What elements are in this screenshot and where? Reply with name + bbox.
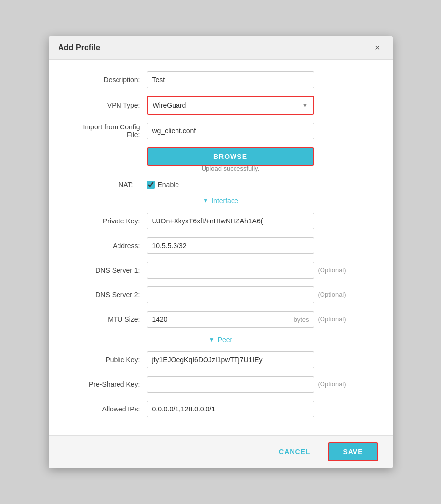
dialog-footer: CANCEL SAVE: [49, 435, 393, 468]
allowed-ips-row: Allowed IPs:: [68, 401, 373, 417]
nat-row: NAT: Enable: [68, 180, 373, 189]
public-key-row: Public Key:: [68, 351, 373, 368]
dialog-header: Add Profile ×: [49, 36, 393, 60]
cancel-button[interactable]: CANCEL: [269, 444, 320, 460]
vpn-type-label: VPN Type:: [68, 101, 147, 109]
mtu-optional: (Optional): [318, 315, 346, 323]
private-key-label: Private Key:: [68, 217, 147, 225]
allowed-ips-input[interactable]: [147, 401, 314, 417]
address-label: Address:: [68, 242, 147, 250]
triangle-down-icon: ▼: [203, 197, 208, 204]
interface-section-header: ▼ Interface: [68, 197, 373, 205]
vpn-type-row: VPN Type: WireGuard OpenVPN IPSec ▼: [68, 96, 373, 115]
interface-section-title: Interface: [211, 197, 238, 205]
import-config-input[interactable]: [147, 123, 314, 139]
dns2-input[interactable]: [147, 286, 314, 303]
browse-button[interactable]: BROWSE: [147, 147, 314, 166]
dns2-label: DNS Server 2:: [68, 291, 147, 299]
dns1-label: DNS Server 1:: [68, 266, 147, 274]
nat-label: NAT:: [118, 181, 140, 189]
description-input[interactable]: [147, 71, 314, 88]
pre-shared-key-row: Pre-Shared Key: (Optional): [68, 376, 373, 393]
import-config-label: Import from Config File:: [68, 123, 147, 139]
description-row: Description:: [68, 71, 373, 88]
description-label: Description:: [68, 76, 147, 84]
dns1-optional: (Optional): [318, 266, 346, 274]
browse-row: BROWSE: [68, 147, 373, 166]
vpn-type-select[interactable]: WireGuard OpenVPN IPSec: [148, 97, 313, 114]
nat-checkbox[interactable]: [147, 181, 155, 189]
dns1-row: DNS Server 1: (Optional): [68, 262, 373, 279]
peer-section-title: Peer: [218, 336, 233, 344]
close-button[interactable]: ×: [372, 42, 383, 53]
mtu-label: MTU Size:: [68, 315, 147, 323]
import-config-row: Import from Config File:: [68, 123, 373, 139]
private-key-row: Private Key:: [68, 213, 373, 229]
save-button[interactable]: SAVE: [328, 442, 378, 461]
dialog-body: Description: VPN Type: WireGuard OpenVPN…: [49, 60, 393, 435]
dns2-optional: (Optional): [318, 291, 346, 298]
pre-shared-key-input[interactable]: [147, 376, 314, 393]
allowed-ips-label: Allowed IPs:: [68, 405, 147, 413]
mtu-row: MTU Size: bytes (Optional): [68, 311, 373, 328]
mtu-input[interactable]: [147, 311, 314, 328]
nat-enable-label: Enable: [158, 181, 179, 189]
private-key-input[interactable]: [147, 213, 314, 229]
upload-status: Upload successfully.: [147, 165, 314, 172]
dialog-title: Add Profile: [59, 43, 100, 52]
pre-shared-optional: (Optional): [318, 380, 346, 388]
triangle-down-icon-peer: ▼: [209, 336, 215, 343]
vpn-type-select-wrapper: WireGuard OpenVPN IPSec ▼: [147, 96, 314, 115]
address-row: Address:: [68, 237, 373, 254]
pre-shared-key-label: Pre-Shared Key:: [68, 380, 147, 388]
dns2-row: DNS Server 2: (Optional): [68, 286, 373, 303]
peer-section-header: ▼ Peer: [68, 336, 373, 344]
mtu-input-wrapper: bytes: [147, 311, 314, 328]
add-profile-dialog: Add Profile × Description: VPN Type: Wir…: [49, 36, 393, 468]
public-key-input[interactable]: [147, 351, 314, 368]
dns1-input[interactable]: [147, 262, 314, 279]
public-key-label: Public Key:: [68, 356, 147, 364]
address-input[interactable]: [147, 237, 314, 254]
